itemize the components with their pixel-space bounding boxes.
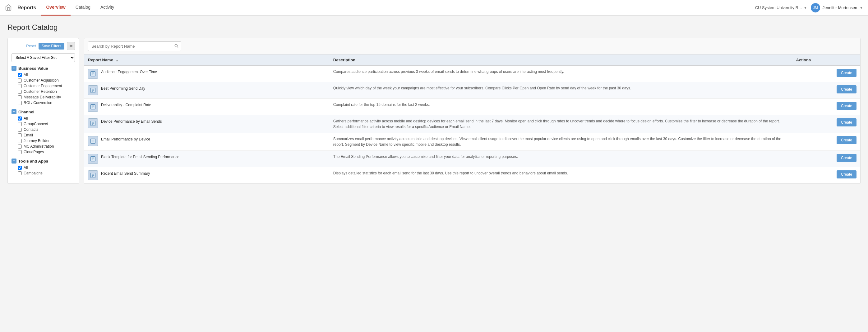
report-table: Report Name ▲ Description Actions xyxy=(84,55,860,184)
report-name-text: Deliverability - Complaint Rate xyxy=(101,102,151,108)
report-actions-cell: Create xyxy=(793,99,860,115)
org-selector[interactable]: CU System University R... ▼ xyxy=(755,5,807,10)
nav-tab-catalog[interactable]: Catalog xyxy=(70,0,95,16)
filter-item-label: Contacts xyxy=(24,128,38,132)
list-item: CloudPages xyxy=(18,150,75,154)
filter-item-label: MC Administration xyxy=(24,144,54,148)
report-icon xyxy=(88,136,98,146)
group-toggle-business-value[interactable] xyxy=(11,66,17,71)
table-row: Audience Engagement Over TimeCompares au… xyxy=(84,66,860,82)
group-title-tools-apps: Tools and Apps xyxy=(18,159,48,164)
list-item: Journey Builder xyxy=(18,139,75,143)
table-row: Email Performance by DeviceSummarizes em… xyxy=(84,133,860,151)
create-button-blank-template[interactable]: Create xyxy=(837,154,857,162)
checkbox-mc-administration[interactable] xyxy=(18,144,22,148)
report-name-cell: Best Performing Send Day xyxy=(84,82,330,99)
list-item: All xyxy=(18,116,75,120)
create-button-best-send-day[interactable]: Create xyxy=(837,85,857,93)
report-name-text: Device Performance by Email Sends xyxy=(101,118,162,124)
save-filters-button[interactable]: Save Filters xyxy=(38,43,64,50)
list-item: MC Administration xyxy=(18,144,75,148)
filter-group-channel: ChannelAllGroupConnectContactsEmailJourn… xyxy=(11,109,75,154)
search-input[interactable] xyxy=(88,42,172,51)
filter-item-label: ROI / Conversion xyxy=(24,101,52,105)
gear-button[interactable]: ⚙ xyxy=(67,42,75,50)
report-actions-cell: Create xyxy=(793,167,860,184)
filter-groups: Business ValueAllCustomer AcquisitionCus… xyxy=(11,66,75,175)
checkbox-all[interactable] xyxy=(18,73,22,77)
nav-tab-overview[interactable]: Overview xyxy=(41,0,70,16)
report-name-text: Audience Engagement Over Time xyxy=(101,69,157,75)
user-section[interactable]: JM Jennifer Mortensen ▼ xyxy=(811,3,863,12)
list-item: All xyxy=(18,73,75,77)
filter-item-label: CloudPages xyxy=(24,150,44,154)
content-area: Report Name ▲ Description Actions xyxy=(84,38,861,184)
filter-item-label: Campaigns xyxy=(24,171,42,175)
create-button-deliverability-complaint[interactable]: Create xyxy=(837,102,857,110)
report-description: Displays detailed statistics for each em… xyxy=(330,167,793,184)
page-title: Report Catalog xyxy=(7,23,861,32)
reset-link[interactable]: Reset xyxy=(26,44,36,48)
home-icon[interactable] xyxy=(5,4,12,11)
checkbox-cloudpages[interactable] xyxy=(18,150,22,154)
report-name-text: Recent Email Send Summary xyxy=(101,170,150,176)
list-item: ROI / Conversion xyxy=(18,101,75,105)
report-actions-cell: Create xyxy=(793,66,860,82)
org-dropdown-arrow: ▼ xyxy=(804,6,807,10)
list-item: Customer Engagement xyxy=(18,84,75,88)
saved-filter-select[interactable]: Select A Saved Filter Set xyxy=(11,53,75,62)
nav-reports-label[interactable]: Reports xyxy=(15,0,38,16)
filter-item-label: Customer Retention xyxy=(24,89,57,94)
filter-item-label: Customer Engagement xyxy=(24,84,62,88)
checkbox-all[interactable] xyxy=(18,116,22,120)
report-icon xyxy=(88,170,98,180)
group-toggle-tools-apps[interactable] xyxy=(11,159,17,164)
sort-arrow: ▲ xyxy=(116,59,119,62)
filter-group-tools-apps: Tools and AppsAllCampaigns xyxy=(11,159,75,175)
report-icon xyxy=(88,118,98,128)
filter-item-label: Customer Acquisition xyxy=(24,78,59,83)
svg-point-0 xyxy=(175,44,177,47)
list-item: Contacts xyxy=(18,128,75,132)
create-button-device-performance[interactable]: Create xyxy=(837,118,857,127)
group-title-channel: Channel xyxy=(18,110,34,114)
report-description: Quickly view which day of the week your … xyxy=(330,82,793,99)
checkbox-journey-builder[interactable] xyxy=(18,139,22,143)
report-name-text: Best Performing Send Day xyxy=(101,85,145,91)
nav-tab-activity[interactable]: Activity xyxy=(95,0,119,16)
report-name-text: Email Performance by Device xyxy=(101,136,150,142)
checkbox-email[interactable] xyxy=(18,133,22,137)
col-header-report-name[interactable]: Report Name ▲ xyxy=(84,55,330,66)
report-icon xyxy=(88,102,98,112)
create-button-audience-engagement[interactable]: Create xyxy=(837,69,857,77)
report-name-cell: Email Performance by Device xyxy=(84,133,330,151)
checkbox-customer-engagement[interactable] xyxy=(18,84,22,88)
checkbox-customer-acquisition[interactable] xyxy=(18,79,22,83)
report-name-cell: Blank Template for Email Sending Perform… xyxy=(84,151,330,167)
list-item: Campaigns xyxy=(18,171,75,175)
create-button-email-performance-device[interactable]: Create xyxy=(837,136,857,144)
checkbox-campaigns[interactable] xyxy=(18,171,22,175)
checkbox-contacts[interactable] xyxy=(18,128,22,132)
table-row: Blank Template for Email Sending Perform… xyxy=(84,151,860,167)
filter-group-header-business-value: Business Value xyxy=(11,66,75,71)
report-description: Summarizes email performance activity ac… xyxy=(330,133,793,151)
report-name-cell: Device Performance by Email Sends xyxy=(84,115,330,133)
create-button-recent-email-summary[interactable]: Create xyxy=(837,170,857,178)
svg-line-1 xyxy=(177,47,178,48)
group-toggle-channel[interactable] xyxy=(11,109,17,114)
list-item: Message Deliverability xyxy=(18,95,75,99)
list-item: Customer Retention xyxy=(18,89,75,94)
checkbox-customer-retention[interactable] xyxy=(18,90,22,94)
report-name-cell: Audience Engagement Over Time xyxy=(84,66,330,82)
sidebar-toolbar: Reset Save Filters ⚙ xyxy=(11,42,75,50)
report-name-cell: Recent Email Send Summary xyxy=(84,167,330,184)
checkbox-groupconnect[interactable] xyxy=(18,122,22,126)
org-name: CU System University R... xyxy=(755,5,802,10)
filter-item-label: Message Deliverability xyxy=(24,95,61,99)
checkbox-message-deliverability[interactable] xyxy=(18,95,22,99)
checkbox-roi-/-conversion[interactable] xyxy=(18,101,22,105)
report-actions-cell: Create xyxy=(793,82,860,99)
search-button[interactable] xyxy=(172,42,181,51)
checkbox-all[interactable] xyxy=(18,166,22,170)
